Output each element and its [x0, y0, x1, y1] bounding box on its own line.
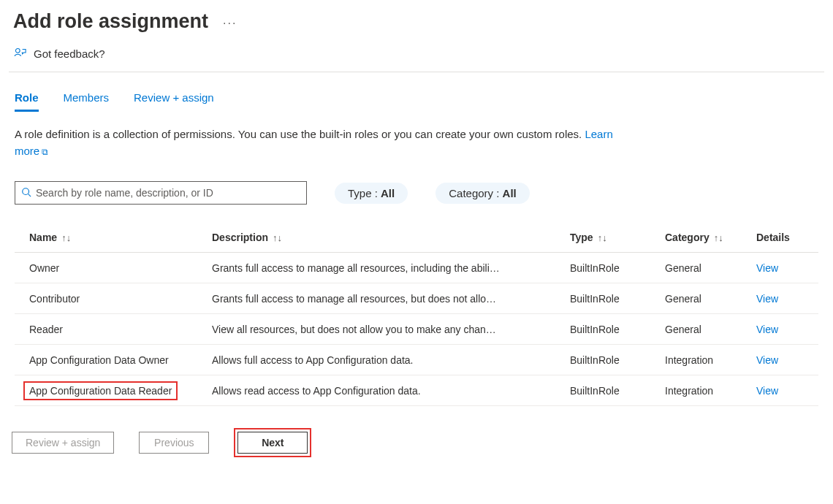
filter-type[interactable]: Type : All — [335, 183, 408, 204]
role-category: Integration — [665, 385, 756, 397]
search-icon — [21, 187, 31, 199]
tab-role[interactable]: Role — [15, 91, 39, 112]
role-name: Reader — [15, 324, 212, 335]
role-type: BuiltInRole — [570, 324, 665, 335]
review-assign-button[interactable]: Review + assign — [12, 432, 114, 454]
role-category: General — [665, 324, 756, 335]
role-description: Allows read access to App Configuration … — [212, 385, 570, 397]
col-header-description[interactable]: Description↑↓ — [212, 232, 570, 243]
role-description: View all resources, but does not allow y… — [212, 324, 570, 335]
table-row[interactable]: App Configuration Data OwnerAllows full … — [15, 345, 818, 375]
view-link[interactable]: View — [756, 354, 778, 366]
col-header-category[interactable]: Category↑↓ — [665, 232, 756, 243]
col-header-type[interactable]: Type↑↓ — [570, 232, 665, 243]
more-actions-icon[interactable]: ··· — [223, 17, 237, 30]
table-row[interactable]: ReaderView all resources, but does not a… — [15, 314, 818, 345]
footer-actions: Review + assign Previous Next — [0, 406, 833, 466]
role-name: App Configuration Data Owner — [15, 354, 212, 366]
search-box[interactable] — [15, 181, 307, 205]
intro-body: A role definition is a collection of per… — [15, 128, 585, 140]
feedback-link[interactable]: Got feedback? — [0, 40, 833, 72]
view-link[interactable]: View — [756, 324, 778, 335]
role-description: Allows full access to App Configuration … — [212, 354, 570, 366]
role-description: Grants full access to manage all resourc… — [212, 293, 570, 305]
role-category: General — [665, 293, 756, 305]
role-name: Contributor — [15, 293, 212, 305]
sort-icon: ↑↓ — [598, 232, 607, 243]
role-description: Grants full access to manage all resourc… — [212, 262, 570, 274]
intro-text: A role definition is a collection of per… — [0, 112, 658, 164]
tabs: Role Members Review + assign — [0, 72, 833, 112]
role-name: Owner — [15, 262, 212, 274]
role-type: BuiltInRole — [570, 262, 665, 274]
previous-button[interactable]: Previous — [139, 432, 209, 454]
feedback-icon — [13, 46, 26, 61]
table-row[interactable]: ContributorGrants full access to manage … — [15, 283, 818, 314]
filter-type-label: Type : — [348, 187, 381, 199]
sort-icon: ↑↓ — [714, 232, 723, 243]
view-link[interactable]: View — [756, 293, 778, 305]
tab-review-assign[interactable]: Review + assign — [134, 91, 214, 112]
svg-line-2 — [28, 194, 31, 196]
filter-category-label: Category : — [449, 187, 502, 199]
table-header: Name↑↓ Description↑↓ Type↑↓ Category↑↓ D… — [15, 222, 818, 253]
view-link[interactable]: View — [756, 385, 778, 397]
external-link-icon: ⧉ — [42, 147, 48, 157]
next-button[interactable]: Next — [237, 432, 308, 454]
table-row[interactable]: App Configuration Data ReaderAllows read… — [15, 375, 818, 406]
role-category: General — [665, 262, 756, 274]
feedback-label: Got feedback? — [34, 47, 105, 60]
filter-category-value: All — [503, 187, 517, 199]
role-type: BuiltInRole — [570, 293, 665, 305]
role-category: Integration — [665, 354, 756, 366]
page-title: Add role assignment — [13, 10, 208, 33]
next-highlight: Next — [234, 428, 311, 457]
filter-type-value: All — [381, 187, 395, 199]
sort-icon: ↑↓ — [61, 232, 71, 243]
view-link[interactable]: View — [756, 262, 778, 274]
filter-category[interactable]: Category : All — [435, 183, 530, 204]
svg-point-0 — [15, 48, 20, 53]
role-name: App Configuration Data Reader — [23, 381, 178, 400]
search-input[interactable] — [36, 187, 300, 199]
tab-members[interactable]: Members — [64, 91, 110, 112]
table-row[interactable]: OwnerGrants full access to manage all re… — [15, 253, 818, 283]
role-type: BuiltInRole — [570, 385, 665, 397]
role-type: BuiltInRole — [570, 354, 665, 366]
col-header-name[interactable]: Name↑↓ — [15, 232, 212, 243]
svg-point-1 — [23, 188, 29, 194]
roles-table: Name↑↓ Description↑↓ Type↑↓ Category↑↓ D… — [15, 222, 818, 406]
col-header-details: Details — [756, 232, 800, 243]
sort-icon: ↑↓ — [273, 232, 282, 243]
